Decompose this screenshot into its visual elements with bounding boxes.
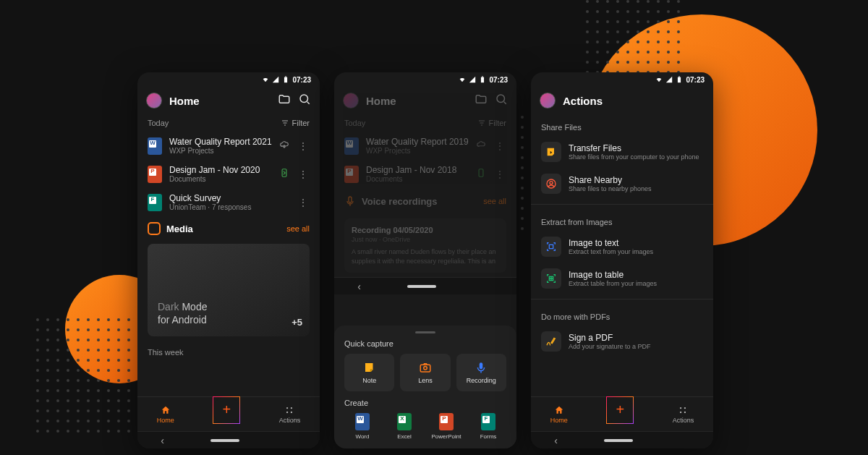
file-item[interactable]: Water Quality Report 2021 WXP Projects ⋮ — [137, 132, 320, 160]
svg-rect-13 — [420, 365, 430, 372]
back-icon[interactable]: ‹ — [554, 435, 558, 446]
create-excel[interactable]: Excel — [386, 413, 422, 440]
excel-icon — [397, 413, 412, 430]
note-tile[interactable]: Note — [344, 354, 394, 391]
svg-rect-1 — [286, 76, 287, 77]
avatar[interactable] — [540, 93, 556, 109]
tile-label: Lens — [418, 377, 433, 384]
nav-actions[interactable]: Actions — [279, 405, 301, 424]
mic-icon — [344, 195, 356, 207]
nav-label: Actions — [673, 417, 694, 424]
svg-point-22 — [680, 407, 681, 408]
battery-icon — [676, 76, 683, 83]
svg-rect-16 — [678, 77, 681, 83]
header: Actions — [531, 87, 713, 114]
more-icon[interactable]: ⋮ — [493, 140, 506, 152]
apps-icon — [678, 405, 688, 415]
more-icon[interactable]: ⋮ — [297, 140, 310, 152]
action-image-to-text[interactable]: Image to text Extract text from your ima… — [531, 231, 713, 263]
file-subtitle: WXP Projects — [169, 147, 272, 155]
avatar[interactable] — [146, 93, 162, 109]
svg-point-19 — [550, 182, 553, 184]
home-pill[interactable] — [407, 285, 436, 288]
nav-actions[interactable]: Actions — [673, 405, 694, 424]
section-pdf: Do more with PDFs — [531, 304, 713, 326]
today-label: Today — [344, 119, 365, 127]
action-sign-pdf[interactable]: Sign a PDF Add your signature to a PDF — [531, 326, 713, 357]
svg-point-24 — [680, 411, 681, 412]
page-title: Home — [366, 95, 467, 107]
tile-label: Note — [362, 377, 376, 384]
svg-point-23 — [684, 407, 686, 408]
media-section-header: Media see all — [137, 216, 320, 241]
transfer-icon — [541, 142, 561, 162]
folder-icon[interactable] — [278, 93, 291, 109]
lens-tile[interactable]: Lens — [400, 354, 450, 391]
action-transfer-files[interactable]: Transfer Files Share files from your com… — [531, 136, 713, 168]
back-icon[interactable]: ‹ — [161, 435, 164, 446]
filter-button[interactable]: Filter — [477, 119, 506, 127]
svg-rect-8 — [481, 77, 484, 83]
file-item[interactable]: Water Quality Report 2019 WXP Projects ⋮ — [334, 132, 516, 160]
sheet-grabber[interactable] — [415, 331, 435, 333]
create-word[interactable]: Word — [344, 413, 380, 440]
cloud-download-icon[interactable] — [279, 140, 289, 153]
svg-point-14 — [424, 367, 427, 370]
divider — [531, 299, 713, 299]
action-subtitle: Share files from your computer to your p… — [569, 153, 703, 161]
file-item[interactable]: Quick Survey UnionTeam · 7 responses ⋮ — [137, 188, 320, 216]
more-icon[interactable]: ⋮ — [297, 197, 310, 208]
create-forms[interactable]: Forms — [470, 413, 506, 440]
action-share-nearby[interactable]: Share Nearby Share files to nearby phone… — [531, 168, 713, 200]
file-item[interactable]: Design Jam - Nov 2018 Documents ⋮ — [334, 160, 516, 188]
avatar[interactable] — [343, 93, 359, 109]
file-subtitle: Documents — [366, 175, 469, 183]
folder-icon[interactable] — [475, 93, 488, 109]
recording-card[interactable]: Recording 04/05/2020 Just now · OneDrive… — [344, 218, 506, 273]
filter-button[interactable]: Filter — [281, 119, 310, 127]
media-card[interactable]: Dark Modefor Android +5 — [148, 244, 310, 336]
word-doc-icon — [344, 137, 359, 155]
clock-text: 07:23 — [686, 76, 705, 84]
search-icon[interactable] — [495, 93, 508, 109]
fab-create[interactable]: + — [213, 396, 240, 424]
create-powerpoint[interactable]: PowerPoint — [428, 413, 464, 440]
svg-point-10 — [497, 95, 505, 103]
more-icon[interactable]: ⋮ — [297, 169, 310, 180]
phone-sync-icon[interactable] — [476, 168, 486, 181]
home-pill[interactable] — [210, 439, 239, 442]
filter-label: Filter — [489, 119, 506, 127]
powerpoint-icon — [439, 413, 454, 430]
cloud-download-icon[interactable] — [476, 140, 486, 153]
phone-sync-icon[interactable] — [279, 168, 289, 181]
see-all-link[interactable]: see all — [286, 224, 310, 233]
search-icon[interactable] — [298, 93, 311, 109]
home-pill[interactable] — [604, 439, 633, 442]
share-nearby-icon — [541, 174, 561, 194]
clock-text: 07:23 — [292, 76, 311, 84]
recording-body: A small river named Duden flows by their… — [352, 247, 499, 265]
phone-home: 07:23 Home Today Filter Water Quality Re… — [137, 72, 320, 448]
svg-point-25 — [684, 411, 686, 412]
nav-home[interactable]: Home — [157, 405, 174, 424]
recording-subtitle: Just now · OneDrive — [352, 236, 499, 243]
nav-label: Actions — [279, 417, 301, 424]
file-subtitle: UnionTeam · 7 responses — [169, 203, 289, 211]
voice-label: Voice recordings — [362, 196, 477, 207]
tile-label: Excel — [397, 433, 412, 440]
back-icon[interactable]: ‹ — [357, 281, 361, 292]
more-icon[interactable]: ⋮ — [493, 169, 506, 180]
svg-rect-3 — [282, 169, 286, 177]
filter-label: Filter — [292, 119, 310, 127]
action-image-to-table[interactable]: Image to table Extract table from your i… — [531, 263, 713, 294]
file-item[interactable]: Design Jam - Nov 2020 Documents ⋮ — [137, 160, 320, 188]
battery-icon — [479, 76, 486, 83]
fab-create[interactable]: + — [606, 396, 634, 424]
see-all-link[interactable]: see all — [483, 197, 506, 205]
svg-rect-11 — [479, 169, 483, 177]
file-title: Water Quality Report 2021 — [169, 137, 272, 147]
nav-home[interactable]: Home — [550, 405, 568, 424]
svg-rect-12 — [349, 197, 352, 203]
clock-text: 07:23 — [489, 76, 508, 84]
recording-tile[interactable]: Recording — [456, 354, 506, 391]
